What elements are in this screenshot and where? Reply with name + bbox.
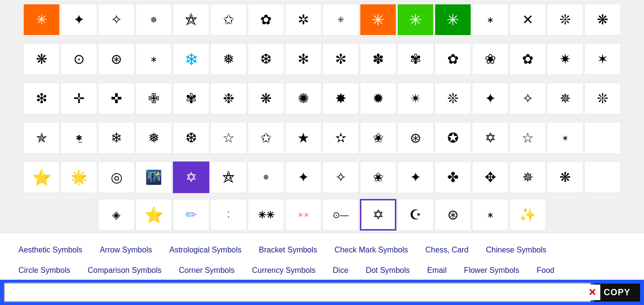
- symbol-cell[interactable]: ✬: [360, 161, 396, 193]
- category-link-dot[interactable]: Dot Symbols: [359, 261, 417, 280]
- symbol-cell[interactable]: ❆: [173, 122, 209, 154]
- symbol-cell[interactable]: ✬: [360, 122, 396, 154]
- category-link-flower[interactable]: Flower Symbols: [457, 261, 526, 280]
- symbol-cell[interactable]: ✵: [248, 161, 284, 193]
- symbol-cell[interactable]: ❊: [435, 83, 471, 114]
- symbol-cell[interactable]: ✪: [435, 122, 471, 154]
- symbol-cell[interactable]: ✼: [322, 43, 359, 75]
- category-link-email[interactable]: Email: [421, 261, 454, 280]
- symbol-cell[interactable]: ✳: [23, 4, 60, 36]
- category-link-chess[interactable]: Chess, Card: [419, 241, 475, 259]
- symbol-cell[interactable]: ∗: [472, 4, 508, 36]
- symbol-cell[interactable]: ✤: [435, 161, 471, 193]
- symbol-cell[interactable]: ✿: [509, 43, 546, 75]
- symbol-cell[interactable]: ⛤: [173, 4, 209, 36]
- symbol-cell[interactable]: ❅: [210, 43, 247, 75]
- symbol-cell[interactable]: ✧: [98, 4, 135, 36]
- symbol-cell[interactable]: ✳: [397, 4, 434, 36]
- category-link-aesthetic[interactable]: Aesthetic Symbols: [12, 241, 89, 259]
- symbol-cell[interactable]: [584, 122, 621, 154]
- symbol-cell[interactable]: ✦: [285, 161, 322, 193]
- symbol-cell[interactable]: ✵: [547, 83, 583, 114]
- symbol-cell[interactable]: ✩: [210, 4, 247, 36]
- symbol-cell[interactable]: ⛤: [210, 161, 247, 193]
- symbol-cell[interactable]: ⊛: [435, 199, 471, 231]
- symbol-cell[interactable]: ◈: [98, 199, 135, 231]
- symbol-cell[interactable]: ❄: [173, 43, 209, 75]
- category-link-arrow[interactable]: Arrow Symbols: [93, 241, 159, 259]
- symbol-cell[interactable]: ✶: [584, 43, 621, 75]
- symbol-cell[interactable]: ❋: [23, 43, 60, 75]
- symbol-cell[interactable]: ❋: [584, 4, 621, 36]
- symbol-cell[interactable]: ✻: [285, 43, 322, 75]
- symbol-cell[interactable]: ◎: [98, 161, 135, 193]
- symbol-cell[interactable]: ✙: [136, 83, 172, 114]
- symbol-cell[interactable]: ✏: [173, 199, 209, 231]
- symbol-cell[interactable]: ✳: [360, 4, 396, 36]
- symbol-cell[interactable]: ❀: [472, 43, 508, 75]
- symbol-cell[interactable]: ⊛: [397, 122, 434, 154]
- symbol-cell[interactable]: ✽: [360, 43, 396, 75]
- category-link-dice[interactable]: Dice: [326, 261, 355, 280]
- category-link-currency[interactable]: Currency Symbols: [245, 261, 322, 280]
- symbol-cell[interactable]: ✨: [509, 199, 546, 231]
- symbol-cell[interactable]: ✫: [322, 122, 359, 154]
- symbol-cell[interactable]: ✵: [136, 4, 172, 36]
- symbol-cell[interactable]: ❇: [23, 83, 60, 114]
- symbol-cell[interactable]: ☆: [509, 122, 546, 154]
- symbol-cell[interactable]: ✺: [285, 83, 322, 114]
- symbol-cell[interactable]: ∗: [472, 199, 508, 231]
- symbol-cell[interactable]: 🌟: [61, 161, 97, 193]
- symbol-cell[interactable]: 🌃: [136, 161, 172, 193]
- symbol-cell[interactable]: ✲: [285, 4, 322, 36]
- symbol-cell[interactable]: ✳✳: [285, 199, 322, 231]
- symbol-cell[interactable]: ✸: [322, 83, 359, 114]
- symbol-cell[interactable]: ⭐: [136, 199, 172, 231]
- symbol-cell[interactable]: ❄: [98, 122, 135, 154]
- symbol-cell[interactable]: ❋: [248, 83, 284, 114]
- symbol-cell[interactable]: ✧: [509, 83, 546, 114]
- symbol-cell[interactable]: ✡: [472, 122, 508, 154]
- symbol-cell[interactable]: ⊛: [98, 43, 135, 75]
- symbol-cell[interactable]: ∗: [136, 43, 172, 75]
- category-link-bracket[interactable]: Bracket Symbols: [252, 241, 324, 259]
- symbol-cell[interactable]: ✿: [248, 4, 284, 36]
- symbol-cell[interactable]: ❉: [210, 83, 247, 114]
- symbol-cell[interactable]: ✳✳: [248, 199, 284, 231]
- symbol-cell[interactable]: ✡: [173, 161, 209, 193]
- symbol-cell[interactable]: ★: [285, 122, 322, 154]
- symbol-cell[interactable]: ✿: [435, 43, 471, 75]
- symbol-cell[interactable]: ✧: [322, 161, 359, 193]
- symbol-cell[interactable]: ⊙: [61, 43, 97, 75]
- symbol-input[interactable]: [4, 283, 591, 302]
- symbol-cell[interactable]: ✜: [98, 83, 135, 114]
- symbol-cell[interactable]: ✾: [173, 83, 209, 114]
- category-link-corner[interactable]: Corner Symbols: [172, 261, 241, 280]
- symbol-cell[interactable]: ✦: [397, 161, 434, 193]
- category-link-astrological[interactable]: Astrological Symbols: [163, 241, 249, 259]
- category-link-checkmark[interactable]: Check Mark Symbols: [328, 241, 415, 259]
- symbol-cell[interactable]: ✱̲: [61, 122, 97, 154]
- symbol-cell[interactable]: ✦: [472, 83, 508, 114]
- symbol-cell[interactable]: ❆: [248, 43, 284, 75]
- clear-button[interactable]: ✕: [584, 285, 600, 300]
- symbol-cell[interactable]: ❋: [547, 161, 583, 193]
- symbol-cell[interactable]: ❊: [547, 4, 583, 36]
- symbol-cell[interactable]: ✷: [547, 43, 583, 75]
- symbol-cell[interactable]: ∗: [547, 122, 583, 154]
- symbol-cell[interactable]: ❅: [136, 122, 172, 154]
- symbol-cell[interactable]: ❊: [584, 83, 621, 114]
- symbol-cell[interactable]: ✹: [360, 83, 396, 114]
- symbol-cell[interactable]: ⁚: [210, 199, 247, 231]
- symbol-cell[interactable]: [584, 161, 621, 193]
- symbol-cell[interactable]: ⊙—: [322, 199, 359, 231]
- symbol-cell[interactable]: ✛: [61, 83, 97, 114]
- symbol-cell[interactable]: ✵: [509, 161, 546, 193]
- symbol-cell[interactable]: ✴: [397, 83, 434, 114]
- symbol-cell[interactable]: ✕: [509, 4, 546, 36]
- symbol-cell[interactable]: ✦: [61, 4, 97, 36]
- symbol-cell[interactable]: ✾: [397, 43, 434, 75]
- symbol-cell[interactable]: ✳: [435, 4, 471, 36]
- symbol-cell[interactable]: ⭐: [23, 161, 60, 193]
- symbol-cell[interactable]: ☆: [210, 122, 247, 154]
